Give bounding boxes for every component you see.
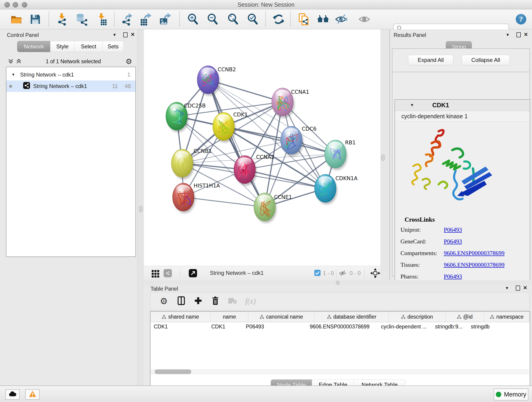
- table-toolbar: ⚙ f(x): [150, 292, 530, 310]
- table-panel-float-icon[interactable]: [516, 286, 520, 291]
- table-panel-close-icon[interactable]: ✕: [523, 285, 527, 291]
- table-cell[interactable]: CDK1: [151, 322, 208, 331]
- show-all-houses-icon[interactable]: [316, 12, 330, 26]
- network-edge-CCNE1-HIST1H1A[interactable]: [183, 197, 265, 207]
- results-panel-menu-icon[interactable]: ▼: [506, 32, 510, 37]
- network-node-CCNE1[interactable]: CCNE1: [254, 193, 292, 223]
- results-panel-float-icon[interactable]: [516, 32, 521, 37]
- clone-network-icon[interactable]: [297, 12, 311, 26]
- apply-layout-icon[interactable]: [272, 12, 285, 26]
- left-splitter-handle[interactable]: [139, 206, 143, 212]
- table-columns-icon[interactable]: [177, 296, 185, 306]
- open-in-window-icon[interactable]: [189, 269, 197, 277]
- hide-selected-eye-icon[interactable]: [335, 12, 348, 26]
- open-session-icon[interactable]: [9, 12, 23, 26]
- network-panel-gear-icon[interactable]: ⚙: [126, 58, 132, 65]
- add-column-icon[interactable]: [194, 297, 202, 306]
- collapse-all-icon[interactable]: [8, 59, 13, 65]
- tab-style[interactable]: Style: [50, 41, 75, 52]
- table-cell[interactable]: 9606.ENSP00000378699: [307, 322, 378, 331]
- help-icon[interactable]: ?: [514, 12, 528, 26]
- birds-eye-view-icon[interactable]: [370, 268, 380, 279]
- memory-status-icon: [496, 392, 501, 397]
- network-node-CCNB1[interactable]: CCNB1: [171, 148, 212, 179]
- results-panel-close-icon[interactable]: ✕: [524, 32, 528, 38]
- table-cell[interactable]: P06493: [243, 322, 307, 331]
- table-row[interactable]: CDK1CDK1P064939606.ENSP00000378699cyclin…: [151, 322, 530, 331]
- table-panel-menu-icon[interactable]: ▼: [505, 286, 509, 291]
- export-table-icon[interactable]: [139, 12, 152, 26]
- network-canvas[interactable]: CCNB2CCNA1CDC25BCDK1CDC6RB1CCNB1CCNA2CDK…: [144, 29, 380, 266]
- left-splitter[interactable]: [138, 29, 144, 385]
- crosslink-link[interactable]: P06493: [444, 238, 462, 245]
- tab-select[interactable]: Select: [74, 41, 103, 52]
- column-header-name[interactable]: name: [211, 312, 248, 322]
- memory-button[interactable]: Memory: [494, 389, 528, 400]
- column-header-canonical-name[interactable]: canonical name: [248, 312, 315, 322]
- crosslink-link[interactable]: P06493: [444, 226, 462, 233]
- right-splitter-handle[interactable]: [381, 154, 385, 161]
- export-image-icon[interactable]: [158, 12, 172, 26]
- table-cell[interactable]: stringdb: [468, 322, 510, 331]
- table-panel: Table Panel ▼ ✕ ⚙ f(x) shared namenameca…: [144, 285, 532, 385]
- section-collapse-icon[interactable]: ▼: [410, 103, 414, 108]
- table-gear-icon[interactable]: ⚙: [160, 297, 168, 306]
- export-network-icon[interactable]: [120, 12, 134, 26]
- network-node-CDC25B[interactable]: CDC25B: [166, 102, 206, 132]
- network-node-HIST1H1A[interactable]: HIST1H1A: [172, 183, 220, 213]
- column-header-description[interactable]: description: [389, 312, 446, 322]
- network-collection-row[interactable]: ▼ String Network – cdk1 1: [6, 69, 135, 80]
- crosslink-link[interactable]: P06493: [444, 273, 462, 280]
- network-node-CDKN1A[interactable]: CDKN1A: [315, 174, 358, 204]
- import-table-file-icon[interactable]: [95, 12, 108, 26]
- collection-expand-icon[interactable]: ▼: [12, 73, 15, 77]
- zoom-selected-icon[interactable]: [246, 12, 260, 26]
- network-node-CCNA1[interactable]: CCNA1: [272, 88, 309, 118]
- import-network-file-icon[interactable]: [55, 12, 69, 26]
- column-header-namespace[interactable]: namespace: [484, 312, 530, 322]
- cloud-button[interactable]: [5, 389, 20, 400]
- expand-all-icon[interactable]: [16, 59, 21, 65]
- zoom-in-icon[interactable]: [186, 12, 200, 26]
- control-panel-float-icon[interactable]: [123, 32, 128, 37]
- tab-sets[interactable]: Sets: [102, 41, 124, 52]
- control-panel-menu-icon[interactable]: ▼: [113, 32, 117, 37]
- column-header-database-identifier[interactable]: database identifier: [315, 312, 389, 322]
- results-panel-title: Results Panel: [394, 32, 426, 38]
- grid-view-icon[interactable]: [152, 270, 159, 278]
- right-splitter[interactable]: [380, 29, 389, 280]
- table-cell[interactable]: cyclin-dependent ...: [378, 322, 432, 331]
- toolbar-separator: [179, 12, 180, 26]
- tab-network[interactable]: Network: [17, 41, 51, 52]
- delete-column-icon[interactable]: [212, 296, 219, 306]
- network-node-RB1[interactable]: RB1: [325, 140, 355, 170]
- column-header--id[interactable]: @id: [446, 312, 484, 322]
- warning-button[interactable]: [25, 389, 40, 400]
- hidden-counts: 0 - 0: [350, 270, 361, 276]
- table-cell[interactable]: CDK1: [208, 322, 243, 331]
- zoom-fit-content-icon[interactable]: [226, 12, 240, 26]
- save-session-icon[interactable]: [28, 12, 42, 26]
- horizontal-splitter[interactable]: [144, 280, 532, 286]
- network-node-CDC6[interactable]: CDC6: [281, 126, 317, 156]
- selected-checkbox-icon[interactable]: [314, 270, 321, 277]
- column-header-shared-name[interactable]: shared name: [151, 312, 211, 322]
- table-hscrollbar-thumb[interactable]: [155, 370, 191, 374]
- crosslink-link[interactable]: 9606.ENSP00000378699: [444, 250, 505, 257]
- crosslink-label: Pharos:: [400, 273, 418, 280]
- network-share-icon[interactable]: [164, 269, 172, 277]
- import-network-database-icon[interactable]: [75, 12, 89, 26]
- control-panel-close-icon[interactable]: ✕: [131, 32, 135, 38]
- network-node-CCNB2[interactable]: CCNB2: [197, 66, 236, 96]
- network-row-selected[interactable]: String Network – cdk1 11 48: [6, 80, 135, 92]
- expand-all-button[interactable]: Expand All: [408, 55, 453, 65]
- collapse-all-button[interactable]: Collapse All: [462, 55, 510, 65]
- zoom-out-icon[interactable]: [206, 12, 220, 26]
- table-hscrollbar[interactable]: [151, 369, 529, 375]
- horizontal-splitter-handle[interactable]: [336, 281, 340, 285]
- network-edge-CCNA2-CDKN1A[interactable]: [245, 170, 325, 188]
- table-cell[interactable]: stringdb:9...: [432, 322, 468, 331]
- protein-section-header[interactable]: ▼ CDK1: [395, 100, 530, 111]
- show-eye-icon[interactable]: [357, 12, 371, 26]
- crosslink-link[interactable]: 9606.ENSP00000378699: [444, 262, 505, 268]
